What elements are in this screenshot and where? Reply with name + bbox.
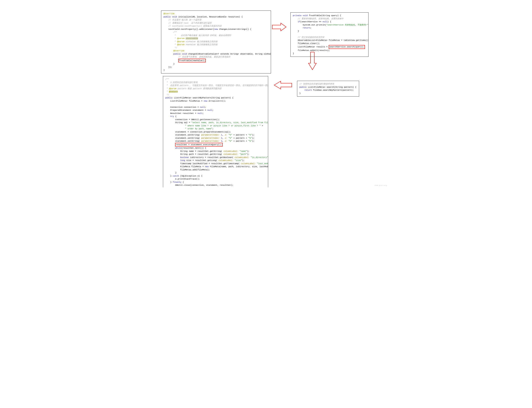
highlight-searchservice-call: searchService.search(query); bbox=[329, 45, 365, 49]
codebox-initialize: @Override public void initialize(URL loc… bbox=[161, 10, 271, 74]
highlight-executequery: resultSet = statement.executeQuery(); bbox=[175, 143, 222, 147]
arrow-left-icon bbox=[274, 81, 292, 90]
diagram-canvas: @Override public void initialize(URL loc… bbox=[144, 0, 388, 187]
highlight-freshtable-call: freshTable(newValue); bbox=[178, 59, 206, 63]
arrow-down-icon bbox=[308, 51, 317, 70]
codebox-searchbypattern: /** * 3.按照特定的关键词进行查询 * 此处查询 pattern , 可能… bbox=[163, 76, 268, 187]
watermark: CSDN @lin.unlp bbox=[375, 184, 387, 187]
arrow-right-icon bbox=[272, 23, 287, 32]
codebox-search: // 按照特定的关键词进行数据库查询 public List<FileMeta>… bbox=[297, 81, 359, 96]
codebox-freshtable: private void freshTable(String query) { … bbox=[290, 12, 368, 57]
